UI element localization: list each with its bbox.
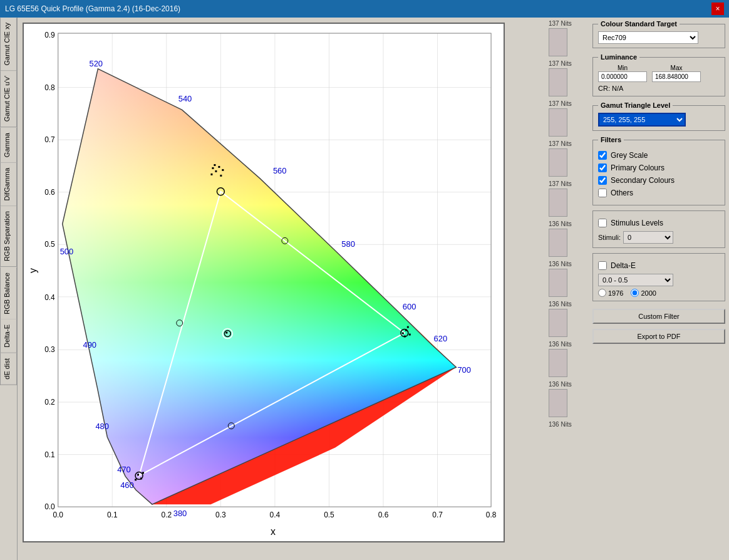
svg-rect-38 — [218, 166, 220, 168]
delta-e-checkbox[interactable] — [598, 261, 607, 270]
close-button[interactable]: × — [711, 3, 724, 15]
tab-rgb-separation[interactable]: RGB Separation — [0, 206, 17, 267]
vertical-tabs: Gamut CIE xy Gamut CIE u'v' Gamma DifGam… — [0, 18, 18, 560]
filters-label: Filters — [598, 136, 624, 143]
stimulus-levels-label: Stimulus Levels — [611, 219, 663, 227]
wavelength-580: 580 — [341, 239, 355, 249]
svg-rect-46 — [409, 334, 411, 336]
cr-value: CR: N/A — [598, 85, 720, 92]
primary-colours-label: Primary Colours — [611, 163, 664, 172]
colour-standard-select[interactable]: Rec709 DCI P3 BT.2020 — [598, 31, 698, 44]
svg-text:0.7: 0.7 — [432, 511, 443, 519]
stimuli-select[interactable]: 0 — [623, 231, 673, 244]
tab-delta-e[interactable]: Delta-E — [0, 319, 17, 353]
svg-text:0.1: 0.1 — [44, 450, 55, 459]
svg-text:0.5: 0.5 — [324, 511, 334, 519]
svg-rect-40 — [222, 169, 224, 171]
luminance-group: Luminance Min Max CR: N/A — [592, 53, 725, 96]
primary-colours-checkbox[interactable] — [598, 163, 607, 172]
wavelength-500: 500 — [60, 247, 74, 256]
stimuli-label: Stimuli: — [598, 234, 621, 241]
svg-text:0.5: 0.5 — [44, 240, 55, 249]
svg-rect-39 — [214, 164, 215, 166]
svg-text:0.0: 0.0 — [53, 511, 63, 519]
svg-text:0.9: 0.9 — [44, 31, 55, 39]
svg-rect-56 — [225, 332, 227, 334]
luminance-label: Luminance — [598, 53, 639, 61]
svg-rect-45 — [402, 333, 404, 334]
stimulus-levels-group: Stimulus Levels Stimuli: 0 — [592, 210, 725, 248]
svg-text:0.7: 0.7 — [44, 135, 55, 144]
radio-1976-label: 1976 — [598, 289, 623, 297]
svg-text:0.3: 0.3 — [215, 511, 226, 519]
grey-scale-checkbox[interactable] — [598, 151, 607, 160]
svg-text:0.4: 0.4 — [44, 293, 55, 302]
svg-text:0.6: 0.6 — [44, 188, 55, 197]
wavelength-560: 560 — [273, 166, 287, 175]
radio-1976[interactable] — [598, 289, 606, 297]
luminance-max-label: Max — [652, 65, 701, 71]
svg-rect-48 — [407, 326, 409, 328]
x-axis-label: x — [271, 526, 276, 537]
delta-e-range-select[interactable]: 0.0 - 0.5 — [598, 274, 673, 286]
wavelength-620: 620 — [434, 334, 448, 344]
gamut-triangle-group: Gamut Triangle Level 255, 255, 255 128, … — [592, 101, 725, 131]
delta-e-label: Delta-E — [611, 261, 636, 270]
colour-standard-group: Colour Standard Target Rec709 DCI P3 BT.… — [592, 20, 725, 48]
filters-group: Filters Grey Scale Primary Colours Secon… — [592, 136, 725, 205]
svg-text:0.2: 0.2 — [44, 398, 55, 407]
luminance-min-input[interactable] — [598, 71, 647, 82]
primary-colours-row: Primary Colours — [598, 163, 720, 172]
colour-standard-label: Colour Standard Target — [598, 20, 680, 28]
tab-rgb-balance[interactable]: RGB Balance — [0, 267, 17, 320]
stimulus-levels-checkbox[interactable] — [598, 219, 607, 227]
wavelength-380: 380 — [173, 509, 187, 518]
svg-text:0.0: 0.0 — [44, 502, 55, 511]
svg-rect-52 — [135, 479, 137, 480]
svg-text:0.8: 0.8 — [44, 83, 55, 92]
export-pdf-button[interactable]: Export to PDF — [592, 329, 725, 344]
radio-2000-label: 2000 — [631, 289, 656, 297]
svg-rect-36 — [212, 167, 214, 169]
tab-gamut-cie-uv[interactable]: Gamut CIE u'v' — [0, 71, 17, 127]
svg-text:0.3: 0.3 — [44, 345, 55, 354]
grey-scale-row: Grey Scale — [598, 151, 720, 160]
radio-2000[interactable] — [631, 289, 639, 297]
wavelength-460: 460 — [120, 480, 134, 490]
title-bar: LG 65E56 Quick Profile (Gamma 2.4) (16-D… — [0, 0, 729, 18]
wavelength-470: 470 — [117, 465, 131, 474]
svg-rect-42 — [220, 175, 222, 177]
wavelength-490: 490 — [83, 340, 97, 350]
secondary-colours-row: Secondary Colours — [598, 176, 720, 185]
svg-text:0.2: 0.2 — [162, 511, 172, 519]
gamut-triangle-label: Gamut Triangle Level — [598, 101, 673, 109]
custom-filter-button[interactable]: Custom Filter — [592, 309, 725, 324]
svg-rect-50 — [137, 474, 139, 475]
svg-text:0.8: 0.8 — [486, 511, 497, 519]
wavelength-700: 700 — [457, 365, 471, 375]
tab-gamma[interactable]: Gamma — [0, 128, 17, 163]
nits-scale: 137 Nits 137 Nits 137 Nits 137 Nits 137 … — [547, 18, 590, 560]
svg-text:0.4: 0.4 — [270, 511, 281, 519]
tab-difgamma[interactable]: DifGamma — [0, 163, 17, 207]
grey-scale-label: Grey Scale — [611, 151, 648, 160]
svg-rect-37 — [215, 170, 217, 172]
wavelength-480: 480 — [95, 422, 109, 431]
svg-rect-41 — [210, 174, 212, 175]
others-row: Others — [598, 189, 720, 197]
y-axis-label: y — [28, 268, 38, 273]
chart-area: 520 540 560 580 600 620 700 500 — [18, 18, 547, 560]
secondary-colours-checkbox[interactable] — [598, 176, 607, 185]
others-checkbox[interactable] — [598, 189, 607, 197]
wavelength-540: 540 — [178, 95, 192, 104]
delta-e-group: Delta-E 0.0 - 0.5 1976 — [592, 253, 725, 301]
wavelength-520: 520 — [89, 59, 103, 68]
gamut-triangle-select[interactable]: 255, 255, 255 128, 128, 128 64, 64, 64 — [598, 113, 686, 127]
luminance-max-input[interactable] — [652, 71, 701, 82]
luminance-min-label: Min — [598, 65, 647, 71]
svg-text:0.1: 0.1 — [107, 511, 118, 519]
tab-gamut-cie-xy[interactable]: Gamut CIE xy — [0, 18, 17, 71]
others-label: Others — [611, 189, 633, 197]
tab-de-dist[interactable]: dE dist — [0, 353, 17, 385]
cie-chart: 520 540 560 580 600 620 700 500 — [23, 23, 505, 542]
